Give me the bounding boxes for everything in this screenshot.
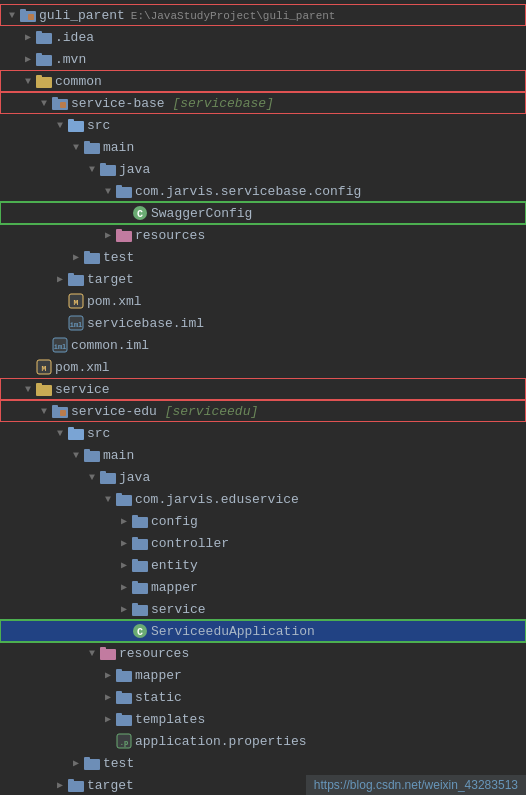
tree-arrow[interactable] xyxy=(20,31,36,43)
tree-label: pom.xml xyxy=(87,294,142,309)
tree-arrow[interactable] xyxy=(20,53,36,65)
tree-row-31[interactable]: static xyxy=(0,686,526,708)
tree-label: templates xyxy=(135,712,205,727)
tree-row-28[interactable]: C ServiceeduApplication xyxy=(0,620,526,642)
tree-label: static xyxy=(135,690,182,705)
svg-text:.p: .p xyxy=(120,739,128,747)
tree-label: resources xyxy=(119,646,189,661)
tree-arrow[interactable] xyxy=(36,406,52,417)
tree-row-16[interactable]: M pom.xml xyxy=(0,356,526,378)
svg-rect-13 xyxy=(52,97,58,101)
tree-arrow[interactable] xyxy=(20,76,36,87)
svg-rect-5 xyxy=(36,31,42,35)
tree-row-19[interactable]: src xyxy=(0,422,526,444)
tree-arrow[interactable] xyxy=(100,691,116,703)
svg-rect-14 xyxy=(60,102,66,108)
tree-arrow[interactable] xyxy=(84,472,100,483)
svg-rect-86 xyxy=(116,669,122,673)
tree-arrow[interactable] xyxy=(116,603,132,615)
tree-row-0[interactable]: guli_parentE:\JavaStudyProject\guli_pare… xyxy=(0,4,526,26)
tree-row-32[interactable]: templates xyxy=(0,708,526,730)
tree-arrow[interactable] xyxy=(52,779,68,791)
tree-row-15[interactable]: iml common.iml xyxy=(0,334,526,356)
file-tree[interactable]: guli_parentE:\JavaStudyProject\guli_pare… xyxy=(0,0,526,795)
folder-blue-icon xyxy=(36,51,52,67)
tree-row-26[interactable]: mapper xyxy=(0,576,526,598)
folder-res-icon xyxy=(100,645,116,661)
tree-row-30[interactable]: mapper xyxy=(0,664,526,686)
tree-row-29[interactable]: resources xyxy=(0,642,526,664)
tree-arrow[interactable] xyxy=(100,669,116,681)
svg-rect-2 xyxy=(28,14,34,20)
tree-arrow[interactable] xyxy=(116,537,132,549)
tree-row-22[interactable]: com.jarvis.eduservice xyxy=(0,488,526,510)
java-spring-icon: C xyxy=(132,623,148,639)
tree-arrow[interactable] xyxy=(52,120,68,131)
tree-arrow[interactable] xyxy=(20,384,36,395)
tree-arrow[interactable] xyxy=(116,581,132,593)
tree-row-18[interactable]: service-edu [serviceedu] xyxy=(0,400,526,422)
folder-blue-icon xyxy=(100,469,116,485)
xml-icon: M xyxy=(68,293,84,309)
tree-row-9[interactable]: C SwaggerConfig xyxy=(0,202,526,224)
tree-row-10[interactable]: resources xyxy=(0,224,526,246)
svg-text:M: M xyxy=(74,298,79,307)
folder-blue-icon xyxy=(116,711,132,727)
svg-text:C: C xyxy=(137,627,143,638)
folder-blue-icon xyxy=(132,557,148,573)
tree-arrow[interactable] xyxy=(68,251,84,263)
folder-yellow-icon xyxy=(36,73,52,89)
tree-arrow[interactable] xyxy=(100,494,116,505)
tree-arrow[interactable] xyxy=(100,186,116,197)
tree-row-14[interactable]: iml servicebase.iml xyxy=(0,312,526,334)
tree-row-8[interactable]: com.jarvis.servicebase.config xyxy=(0,180,526,202)
tree-arrow[interactable] xyxy=(116,559,132,571)
tree-arrow[interactable] xyxy=(68,142,84,153)
tree-label: java xyxy=(119,162,150,177)
tree-arrow[interactable] xyxy=(52,428,68,439)
tree-arrow[interactable] xyxy=(4,10,20,21)
tree-row-11[interactable]: test xyxy=(0,246,526,268)
svg-rect-97 xyxy=(84,757,90,761)
tree-row-21[interactable]: java xyxy=(0,466,526,488)
tree-row-33[interactable]: .p application.properties xyxy=(0,730,526,752)
tree-row-13[interactable]: M pom.xml xyxy=(0,290,526,312)
folder-blue-icon xyxy=(116,667,132,683)
svg-rect-92 xyxy=(116,713,122,717)
svg-rect-57 xyxy=(84,449,90,453)
tree-row-20[interactable]: main xyxy=(0,444,526,466)
tree-label: main xyxy=(103,140,134,155)
tree-row-34[interactable]: test xyxy=(0,752,526,774)
tree-row-17[interactable]: service xyxy=(0,378,526,400)
tree-row-23[interactable]: config xyxy=(0,510,526,532)
tree-row-25[interactable]: entity xyxy=(0,554,526,576)
tree-row-4[interactable]: service-base [servicebase] xyxy=(0,92,526,114)
svg-rect-20 xyxy=(84,141,90,145)
properties-icon: .p xyxy=(116,733,132,749)
tree-row-2[interactable]: .mvn xyxy=(0,48,526,70)
svg-rect-26 xyxy=(116,185,122,189)
tree-label: src xyxy=(87,118,110,133)
tree-row-3[interactable]: common xyxy=(0,70,526,92)
svg-rect-34 xyxy=(84,251,90,255)
tree-arrow[interactable] xyxy=(68,450,84,461)
tree-arrow[interactable] xyxy=(116,515,132,527)
tree-arrow[interactable] xyxy=(84,164,100,175)
folder-blue-icon xyxy=(132,513,148,529)
tree-row-5[interactable]: src xyxy=(0,114,526,136)
tree-arrow[interactable] xyxy=(68,757,84,769)
tree-arrow[interactable] xyxy=(100,229,116,241)
tree-row-7[interactable]: java xyxy=(0,158,526,180)
tree-label: common xyxy=(55,74,102,89)
tree-row-24[interactable]: controller xyxy=(0,532,526,554)
tree-arrow[interactable] xyxy=(52,273,68,285)
tree-arrow[interactable] xyxy=(84,648,100,659)
tree-arrow[interactable] xyxy=(100,713,116,725)
tree-row-1[interactable]: .idea xyxy=(0,26,526,48)
tree-row-27[interactable]: service xyxy=(0,598,526,620)
tree-row-12[interactable]: target xyxy=(0,268,526,290)
svg-rect-72 xyxy=(132,559,138,563)
tree-row-6[interactable]: main xyxy=(0,136,526,158)
tree-arrow[interactable] xyxy=(36,98,52,109)
tree-label: guli_parentE:\JavaStudyProject\guli_pare… xyxy=(39,8,335,23)
